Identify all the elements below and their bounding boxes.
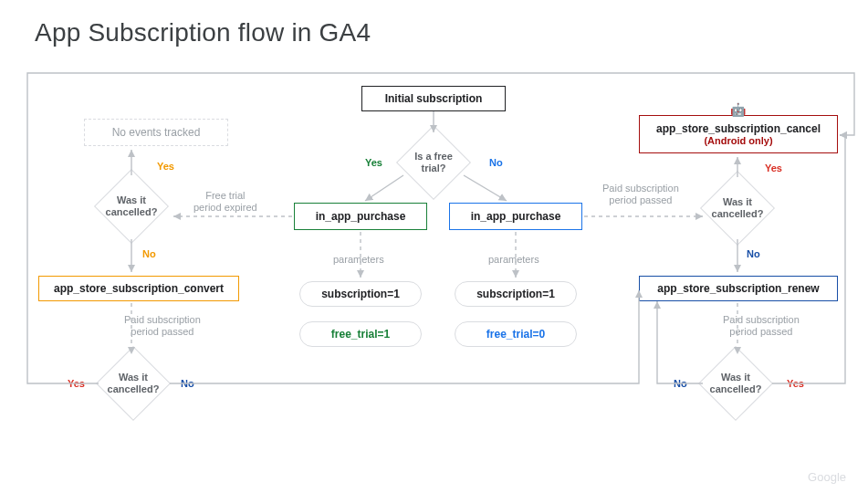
text-ft1: free_trial=1 (331, 328, 390, 341)
node-was-cancelled-right-1: Was itcancelled? (701, 172, 774, 245)
text-renew: app_store_subscription_renew (657, 282, 819, 295)
node-initial-subscription: Initial subscription (361, 86, 506, 111)
pill-free-trial-0: free_trial=0 (455, 321, 577, 347)
text-sub1b: subscription=1 (476, 288, 555, 300)
node-was-cancelled-left-1: Was itcancelled? (95, 170, 168, 243)
page-title: App Subscription flow in GA4 (35, 18, 371, 47)
label-cancel1-no: No (142, 248, 156, 259)
text-was-cancelled-4: Was itcancelled? (710, 372, 762, 395)
text-was-cancelled-1: Was itcancelled? (106, 194, 158, 218)
label-paid-sub-passed-right-2: Paid subscriptionperiod passed (723, 314, 800, 338)
label-parameters-no: parameters (488, 254, 539, 265)
label-cancel2-yes: Yes (68, 378, 85, 389)
text-iap-no: in_app_purchase (471, 210, 561, 223)
node-was-cancelled-right-2: Was itcancelled? (699, 347, 772, 420)
node-no-events-tracked: No events tracked (84, 119, 228, 146)
node-is-free-trial: Is a freetrial? (397, 126, 470, 199)
text-convert: app_store_subscription_convert (54, 282, 224, 295)
node-subscription-cancel: app_store_subscription_cancel (Android o… (639, 115, 838, 153)
text-sub1a: subscription=1 (321, 288, 400, 300)
text-cancel-sub: (Android only) (704, 135, 772, 146)
label-free-trial-yes: Yes (365, 157, 382, 168)
label-parameters-yes: parameters (333, 254, 384, 265)
label-cancel4-yes: Yes (787, 378, 804, 389)
node-was-cancelled-left-2: Was itcancelled? (97, 347, 170, 420)
text-no-events: No events tracked (112, 126, 201, 139)
text-was-cancelled-2: Was itcancelled? (108, 372, 160, 395)
label-cancel3-yes: Yes (765, 163, 782, 173)
text-initial-subscription: Initial subscription (385, 92, 483, 105)
label-free-trial-no: No (489, 157, 503, 168)
pill-subscription-1-b: subscription=1 (455, 281, 577, 307)
label-cancel4-no: No (674, 378, 687, 389)
text-is-free-trial: Is a freetrial? (414, 151, 453, 174)
text-was-cancelled-3: Was itcancelled? (712, 196, 764, 220)
label-paid-sub-passed-left: Paid subscriptionperiod passed (124, 314, 201, 338)
text-ft0: free_trial=0 (486, 328, 545, 341)
label-cancel2-no: No (181, 378, 194, 389)
svg-line-2 (464, 175, 507, 201)
footer-logo: Google (808, 470, 846, 484)
node-in-app-purchase-no: in_app_purchase (449, 203, 582, 230)
android-icon: 🤖 (730, 102, 746, 117)
node-subscription-convert: app_store_subscription_convert (38, 276, 239, 301)
node-subscription-renew: app_store_subscription_renew (639, 276, 838, 301)
label-free-trial-expired: Free trialperiod expired (193, 190, 257, 214)
pill-free-trial-1: free_trial=1 (299, 321, 422, 347)
pill-subscription-1-a: subscription=1 (299, 281, 422, 307)
label-paid-sub-passed-right-1: Paid subscriptionperiod passed (602, 183, 679, 206)
label-cancel3-no: No (747, 248, 760, 259)
node-in-app-purchase-yes: in_app_purchase (294, 203, 427, 230)
label-cancel1-yes: Yes (157, 161, 174, 172)
text-cancel: app_store_subscription_cancel (656, 122, 821, 135)
text-iap-yes: in_app_purchase (316, 210, 406, 223)
